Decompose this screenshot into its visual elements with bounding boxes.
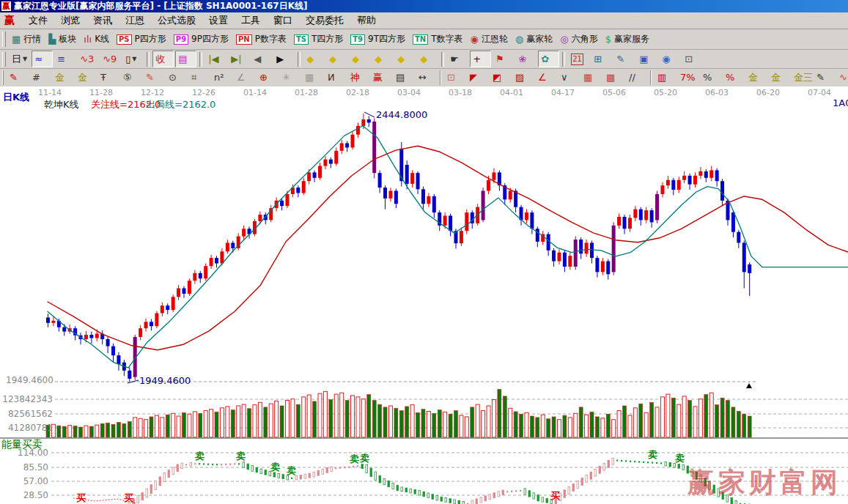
9t-square-button[interactable]: T99T四方形 <box>347 31 408 48</box>
angle-lines-button[interactable]: ∠ <box>535 70 556 86</box>
web-grey-button[interactable]: ✳ <box>279 70 301 86</box>
smart-tool-button[interactable]: ✿ <box>538 51 559 67</box>
compress-all-button[interactable]: ◆ <box>394 51 416 67</box>
fan-box-button[interactable]: ◩ <box>490 70 511 86</box>
width-measure-button[interactable]: ↔ <box>416 70 437 86</box>
chart-area[interactable]: 买买买卖卖卖卖卖卖卖卖 11-1411-2812-1212-2601-1401-… <box>0 86 848 504</box>
save-button[interactable]: ▣ <box>636 51 657 67</box>
menu-item-help[interactable]: 帮助 <box>350 13 383 27</box>
shift-right-button[interactable]: ◆ <box>326 51 347 67</box>
gold-bands-button[interactable]: 金 <box>768 70 789 86</box>
crosshair-tool-button[interactable]: + <box>470 51 491 67</box>
red-pen-button[interactable]: ✎ <box>143 70 164 86</box>
p-square-button[interactable]: PSP四方形 <box>114 31 169 48</box>
period-day-button[interactable]: 日▼ <box>9 51 30 67</box>
wave-3-button[interactable]: ∿3 <box>77 51 98 67</box>
calculator-button[interactable]: ⊞ <box>591 51 612 67</box>
notes-button[interactable]: ✎ <box>613 51 635 67</box>
candlesticks[interactable] <box>46 114 751 382</box>
menu-item-file[interactable]: 文件 <box>22 13 54 27</box>
rays-fan-button[interactable]: ◤ <box>467 70 488 86</box>
kline-button[interactable]: ılıK线 <box>81 31 112 48</box>
percent-7-button[interactable]: 7% <box>677 70 698 86</box>
menu-item-formula-stock-pick[interactable]: 公式选股 <box>151 13 202 27</box>
hand-tool-button[interactable]: ☛ <box>447 51 468 67</box>
close-marker-button[interactable]: 收 <box>152 51 174 67</box>
period-day-dropdown-icon[interactable]: ▼ <box>23 56 27 62</box>
info-view-button[interactable]: ≡ <box>54 51 75 67</box>
shift-left-button[interactable]: ◆ <box>303 51 325 67</box>
ratio-bars-button[interactable]: ▥ <box>655 70 676 86</box>
angle-a-button[interactable]: ∠ <box>234 70 255 86</box>
red-grid-2-button[interactable]: ▩ <box>603 70 624 86</box>
9p-square-button[interactable]: P99P四方形 <box>171 31 232 48</box>
title-bar[interactable]: 赢 赢家江恩专业版[赢家内部服务平台] - [上证指数 SH1A0001-167… <box>0 0 848 12</box>
compress-h-button[interactable]: ◆ <box>349 51 370 67</box>
next-bar-icon: ▶ <box>276 54 284 64</box>
prev-bar-button[interactable]: ◀ <box>251 51 272 67</box>
box-rays-button[interactable]: ▨ <box>512 70 534 86</box>
box-tool-button[interactable]: ⊡ <box>444 70 465 86</box>
vee-lines-button[interactable]: ∨ <box>558 70 579 86</box>
t-digit-table-button[interactable]: TNT数字表 <box>410 31 466 48</box>
buy-marker: 买 <box>76 492 86 503</box>
f-lines-button[interactable]: Ŧ <box>97 70 119 86</box>
p-digit-table-button[interactable]: PNP数字表 <box>233 31 290 48</box>
save-net-button[interactable]: ◉ <box>659 51 680 67</box>
gann-wheel-button[interactable]: ◉江恩轮 <box>468 31 511 48</box>
first-page-button[interactable]: |◀ <box>205 51 226 67</box>
wave-n-button[interactable]: И <box>325 70 346 86</box>
qiankun-style-button[interactable]: ≈ <box>32 51 53 67</box>
hexagon-button[interactable]: ◎六角形 <box>557 31 600 48</box>
chart-canvas[interactable]: 买买买卖卖卖卖卖卖卖卖 <box>0 86 848 504</box>
percent-button[interactable]: % <box>700 70 721 86</box>
gold-section-lines-button[interactable]: 金 <box>52 70 73 86</box>
quotes-button[interactable]: ▦行情 <box>9 31 44 48</box>
color-kline-button[interactable]: ▤ <box>175 51 196 67</box>
gold-circle-button[interactable]: 金 <box>745 70 767 86</box>
expand-h-button[interactable]: ◆ <box>372 51 393 67</box>
ruler-123-button[interactable]: ▤ <box>393 70 414 86</box>
compass-button[interactable]: ⊕ <box>257 70 278 86</box>
candle-style-dropdown-icon[interactable]: ▼ <box>132 56 136 62</box>
print-station-button[interactable]: ⊡ <box>682 51 703 67</box>
shen-tool-button[interactable]: 神 <box>347 70 369 86</box>
winner-wheel-button[interactable]: ◍赢家轮 <box>512 31 556 48</box>
calendar-21-button[interactable]: 21 <box>568 51 589 67</box>
n-square-button[interactable]: n² <box>211 70 232 86</box>
last-page-button[interactable]: ▶| <box>228 51 249 67</box>
t-square-button[interactable]: TST四方形 <box>291 31 346 48</box>
menu-item-browse[interactable]: 浏览 <box>54 13 86 27</box>
win-tool-button[interactable]: 赢 <box>370 70 391 86</box>
gann-lines-button[interactable]: # <box>29 70 51 86</box>
menu-item-trade-entrust[interactable]: 交易委托 <box>299 13 350 27</box>
gold-ratio-box-button[interactable]: 金 <box>75 70 96 86</box>
flower-tool-button[interactable]: ❀ <box>515 51 537 67</box>
flag-tool-button[interactable]: ⚑ <box>493 51 514 67</box>
menu-item-tools[interactable]: 工具 <box>235 13 267 27</box>
circle-5-button[interactable]: ⊙ <box>166 70 187 86</box>
grid-grey-button[interactable]: ▦ <box>302 70 323 86</box>
menu-item-gann[interactable]: 江恩 <box>119 13 151 27</box>
sectors-button[interactable]: ▙板块 <box>45 31 79 48</box>
menu-item-settings[interactable]: 设置 <box>202 13 235 27</box>
expand-all-button[interactable]: ◆ <box>417 51 438 67</box>
spiral-5-button[interactable]: ⑤ <box>120 70 141 86</box>
wave-a-button[interactable]: ∿ <box>836 70 848 86</box>
volume-bars[interactable] <box>46 390 751 437</box>
percent-line-button[interactable]: % <box>723 70 744 86</box>
next-bar-button[interactable]: ▶ <box>273 51 295 67</box>
menu-item-window[interactable]: 窗口 <box>267 13 299 27</box>
wave-9-button[interactable]: ∿9 <box>100 51 121 67</box>
sectors-icon: ▙ <box>48 34 56 45</box>
plain-lines-button[interactable]: ⌗ <box>188 70 210 86</box>
pen-tool-button[interactable]: ✎ <box>7 70 28 86</box>
red-grid-button[interactable]: ▦ <box>580 70 602 86</box>
slash-lines-button[interactable]: // <box>626 70 647 86</box>
gold-three-button[interactable]: 金三 <box>791 70 812 86</box>
pen-black-icon: ✎ <box>816 73 825 83</box>
menu-item-news[interactable]: 资讯 <box>86 13 119 27</box>
pen-black-button[interactable]: ✎ <box>814 70 835 86</box>
candle-style-button[interactable]: ▯▼ <box>122 51 144 67</box>
winner-service-button[interactable]: $赢家服务 <box>602 31 652 48</box>
